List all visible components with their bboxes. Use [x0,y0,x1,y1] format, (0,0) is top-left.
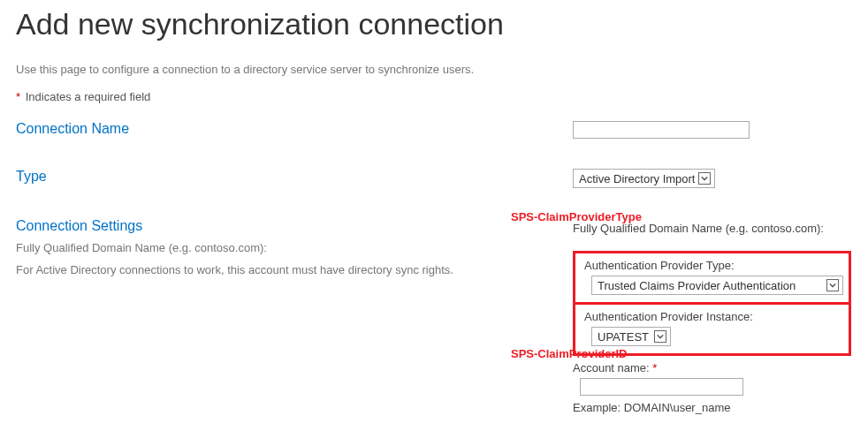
required-asterisk: * [16,90,20,103]
auth-type-label: Authentication Provider Type: [584,259,840,272]
type-select-value: Active Directory Import [579,172,695,185]
section-connection-settings-right: Fully Qualified Domain Name (e.g. contos… [573,188,868,414]
auth-provider-type-box: Authentication Provider Type: Trusted Cl… [573,251,851,305]
required-asterisk: * [652,361,657,374]
required-field-note: * Indicates a required field [0,76,868,103]
fqdn-label: Fully Qualified Domain Name (e.g. contos… [573,222,868,235]
connection-name-field-wrap [573,109,868,139]
chevron-down-icon [698,172,711,185]
auth-instance-value: UPATEST [598,330,649,344]
account-name-label: Account name: * [573,361,868,374]
type-field-wrap: Active Directory Import [573,139,868,188]
section-connection-settings-heading: Connection Settings [16,218,564,236]
settings-desc-rights: For Active Directory connections to work… [16,258,564,280]
chevron-down-icon [654,330,666,343]
section-connection-name: Connection Name [16,109,573,139]
type-select[interactable]: Active Directory Import [573,169,715,188]
auth-instance-label: Authentication Provider Instance: [584,310,840,323]
section-type: Type [16,139,573,188]
page-title: Add new synchronization connection [0,0,868,42]
account-label-text: Account name: [573,361,650,374]
auth-type-value: Trusted Claims Provider Authentication [598,279,796,292]
settings-desc-fqdn: Fully Qualified Domain Name (e.g. contos… [16,236,564,258]
auth-instance-select[interactable]: UPATEST [591,327,671,346]
chevron-down-icon [826,279,839,291]
annotation-claim-provider-type: SPS-ClaimProviderType [511,210,642,223]
annotation-claim-provider-id: SPS-ClaimProviderID [511,347,628,360]
account-name-input[interactable] [580,378,743,396]
auth-type-select[interactable]: Trusted Claims Provider Authentication [591,276,843,295]
connection-name-input[interactable] [573,121,750,139]
section-connection-settings-left: Connection Settings Fully Qualified Doma… [16,188,573,414]
page-description: Use this page to configure a connection … [0,42,868,76]
required-text: Indicates a required field [26,90,151,103]
account-example: Example: DOMAIN\user_name [573,401,868,414]
